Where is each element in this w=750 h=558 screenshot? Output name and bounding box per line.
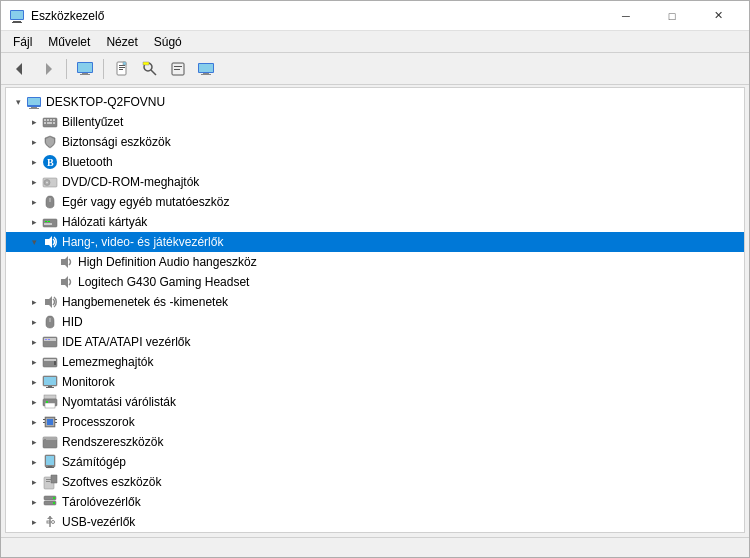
expander[interactable] bbox=[26, 174, 42, 190]
svg-rect-22 bbox=[199, 64, 213, 72]
expander[interactable] bbox=[26, 474, 42, 490]
toolbar-btn1[interactable] bbox=[109, 57, 135, 81]
expander[interactable] bbox=[26, 334, 42, 350]
expander[interactable] bbox=[26, 314, 42, 330]
menu-action[interactable]: Művelet bbox=[40, 33, 98, 51]
close-button[interactable]: ✕ bbox=[695, 1, 741, 31]
processzor-icon bbox=[42, 414, 58, 430]
list-item[interactable]: Hangbemenetek és -kimenetek bbox=[6, 292, 744, 312]
expander[interactable] bbox=[26, 194, 42, 210]
expander[interactable] bbox=[26, 354, 42, 370]
svg-rect-74 bbox=[55, 422, 57, 423]
item-label: USB-vezérlők bbox=[62, 515, 135, 529]
list-item[interactable]: Hálózati kártyák bbox=[6, 212, 744, 232]
item-label: Biztonsági eszközök bbox=[62, 135, 171, 149]
item-label: Processzorok bbox=[62, 415, 135, 429]
list-item[interactable]: Tárolóvezérlők bbox=[6, 492, 744, 512]
menu-file[interactable]: Fájl bbox=[5, 33, 40, 51]
svg-rect-19 bbox=[174, 66, 182, 67]
svg-rect-73 bbox=[55, 419, 57, 420]
expander[interactable] bbox=[26, 214, 42, 230]
expander[interactable] bbox=[26, 234, 42, 250]
toolbar-btn4[interactable] bbox=[193, 57, 219, 81]
device-tree[interactable]: DESKTOP-Q2FOVNU B bbox=[6, 88, 744, 532]
list-item[interactable]: Egér vagy egyéb mutatóeszköz bbox=[6, 192, 744, 212]
svg-marker-50 bbox=[61, 276, 68, 288]
toolbar-btn3[interactable] bbox=[165, 57, 191, 81]
expander[interactable] bbox=[26, 154, 42, 170]
expander[interactable] bbox=[26, 374, 42, 390]
expander[interactable] bbox=[26, 434, 42, 450]
maximize-button[interactable]: □ bbox=[649, 1, 695, 31]
svg-rect-67 bbox=[46, 401, 48, 403]
bluetooth-icon: B bbox=[42, 154, 58, 170]
list-item[interactable]: Processzorok bbox=[6, 412, 744, 432]
toolbar-computer[interactable] bbox=[72, 57, 98, 81]
svg-marker-85 bbox=[51, 475, 57, 483]
expander[interactable] bbox=[26, 454, 42, 470]
list-item[interactable]: USB-vezérlők bbox=[6, 512, 744, 532]
list-item[interactable]: Hang-, video- és játékvezérlők bbox=[6, 232, 744, 252]
tree-root[interactable]: DESKTOP-Q2FOVNU bbox=[6, 92, 744, 112]
list-item[interactable]: Lemezmeghajtók bbox=[6, 352, 744, 372]
list-item[interactable]: Logitech G430 Gaming Headset bbox=[6, 272, 744, 292]
szamitogep-icon bbox=[42, 454, 58, 470]
expander[interactable] bbox=[26, 294, 42, 310]
toolbar-forward[interactable] bbox=[35, 57, 61, 81]
item-label: Monitorok bbox=[62, 375, 115, 389]
item-label: Szoftves eszközök bbox=[62, 475, 161, 489]
menu-help[interactable]: Súgó bbox=[146, 33, 190, 51]
minimize-button[interactable]: ─ bbox=[603, 1, 649, 31]
window-title: Eszközkezelő bbox=[31, 9, 104, 23]
svg-rect-2 bbox=[12, 22, 22, 23]
properties-icon bbox=[170, 61, 186, 77]
item-label: Nyomtatási várólisták bbox=[62, 395, 176, 409]
toolbar-back[interactable] bbox=[7, 57, 33, 81]
list-item[interactable]: IDE ATA/ATAPI vezérlők bbox=[6, 332, 744, 352]
svg-rect-27 bbox=[31, 107, 37, 108]
svg-rect-36 bbox=[53, 122, 55, 124]
list-item[interactable]: Szoftves eszközök bbox=[6, 472, 744, 492]
svg-rect-80 bbox=[48, 466, 52, 467]
svg-rect-47 bbox=[44, 223, 52, 225]
svg-rect-23 bbox=[203, 73, 209, 74]
list-item[interactable]: Biztonsági eszközök bbox=[6, 132, 744, 152]
expander[interactable] bbox=[26, 514, 42, 530]
item-label: Rendszereszközök bbox=[62, 435, 163, 449]
list-item[interactable]: B Bluetooth bbox=[6, 152, 744, 172]
list-item[interactable]: HID bbox=[6, 312, 744, 332]
menu-view[interactable]: Nézet bbox=[98, 33, 145, 51]
svg-rect-70 bbox=[47, 419, 53, 425]
svg-marker-4 bbox=[16, 63, 22, 75]
expander[interactable] bbox=[26, 394, 42, 410]
tarolo-icon bbox=[42, 494, 58, 510]
svg-rect-34 bbox=[44, 122, 46, 124]
svg-point-93 bbox=[52, 521, 55, 524]
svg-rect-8 bbox=[82, 73, 88, 74]
title-bar-left: Eszközkezelő bbox=[9, 8, 104, 24]
item-label: Lemezmeghajtók bbox=[62, 355, 153, 369]
root-expander[interactable] bbox=[10, 94, 26, 110]
list-item[interactable]: DVD/CD-ROM-meghajtók bbox=[6, 172, 744, 192]
list-item[interactable]: Rendszereszközök bbox=[6, 432, 744, 452]
expander[interactable] bbox=[26, 494, 42, 510]
expander[interactable] bbox=[26, 134, 42, 150]
expander[interactable] bbox=[26, 414, 42, 430]
list-item[interactable]: Monitorok bbox=[6, 372, 744, 392]
list-item[interactable]: High Definition Audio hangeszköz bbox=[6, 252, 744, 272]
svg-rect-77 bbox=[44, 439, 46, 440]
svg-rect-62 bbox=[48, 386, 52, 387]
list-item[interactable]: Nyomtatási várólisták bbox=[6, 392, 744, 412]
svg-rect-72 bbox=[43, 422, 45, 423]
svg-rect-79 bbox=[46, 456, 54, 465]
eger-icon bbox=[42, 194, 58, 210]
toolbar-btn2[interactable] bbox=[137, 57, 163, 81]
back-icon bbox=[12, 61, 28, 77]
svg-marker-91 bbox=[47, 516, 53, 519]
svg-rect-33 bbox=[53, 119, 55, 121]
list-item[interactable]: Billentyűzet bbox=[6, 112, 744, 132]
expander[interactable] bbox=[26, 114, 42, 130]
svg-marker-51 bbox=[45, 296, 52, 308]
root-label: DESKTOP-Q2FOVNU bbox=[46, 95, 165, 109]
list-item[interactable]: Számítógép bbox=[6, 452, 744, 472]
